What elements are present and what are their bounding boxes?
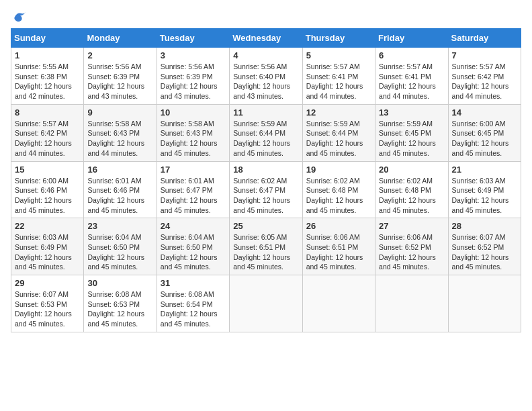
calendar-cell [448,275,521,332]
day-number: 16 [87,165,152,175]
cell-content: Sunrise: 5:57 AMSunset: 6:41 PMDaylight:… [379,62,444,101]
cell-content: Sunrise: 6:05 AMSunset: 6:51 PMDaylight:… [233,232,298,272]
calendar-cell: 1Sunrise: 5:55 AMSunset: 6:38 PMDaylight… [11,48,84,105]
calendar-cell: 27Sunrise: 6:06 AMSunset: 6:52 PMDayligh… [375,218,448,275]
cell-content: Sunrise: 5:57 AMSunset: 6:41 PMDaylight:… [306,62,371,101]
calendar-cell: 8Sunrise: 5:57 AMSunset: 6:42 PMDaylight… [11,104,84,161]
calendar-cell: 3Sunrise: 5:56 AMSunset: 6:39 PMDaylight… [157,48,229,105]
calendar-week-row: 15Sunrise: 6:00 AMSunset: 6:46 PMDayligh… [11,161,521,218]
calendar-week-row: 1Sunrise: 5:55 AMSunset: 6:38 PMDaylight… [11,48,521,105]
cell-content: Sunrise: 5:55 AMSunset: 6:38 PMDaylight:… [15,62,80,101]
calendar-cell [302,275,375,332]
calendar-cell [230,275,302,332]
calendar-cell: 29Sunrise: 6:07 AMSunset: 6:53 PMDayligh… [11,275,84,332]
calendar-week-row: 29Sunrise: 6:07 AMSunset: 6:53 PMDayligh… [11,275,521,332]
day-number: 7 [452,50,517,60]
calendar-cell: 17Sunrise: 6:01 AMSunset: 6:47 PMDayligh… [157,161,229,218]
calendar-cell: 31Sunrise: 6:08 AMSunset: 6:54 PMDayligh… [157,275,229,332]
day-number: 30 [87,278,152,288]
weekday-header-cell: Friday [375,29,448,48]
calendar-cell: 15Sunrise: 6:00 AMSunset: 6:46 PMDayligh… [11,161,84,218]
cell-content: Sunrise: 5:56 AMSunset: 6:40 PMDaylight:… [233,62,298,101]
weekday-header-cell: Sunday [11,29,84,48]
calendar-week-row: 8Sunrise: 5:57 AMSunset: 6:42 PMDaylight… [11,104,521,161]
cell-content: Sunrise: 6:04 AMSunset: 6:50 PMDaylight:… [87,232,152,272]
calendar-cell: 9Sunrise: 5:58 AMSunset: 6:43 PMDaylight… [84,104,157,161]
cell-content: Sunrise: 6:08 AMSunset: 6:54 PMDaylight:… [161,289,226,329]
cell-content: Sunrise: 5:57 AMSunset: 6:42 PMDaylight:… [15,119,80,158]
calendar-cell: 19Sunrise: 6:02 AMSunset: 6:48 PMDayligh… [302,161,375,218]
calendar-cell: 22Sunrise: 6:03 AMSunset: 6:49 PMDayligh… [11,218,84,275]
calendar-cell: 18Sunrise: 6:02 AMSunset: 6:47 PMDayligh… [230,161,302,218]
calendar-cell: 25Sunrise: 6:05 AMSunset: 6:51 PMDayligh… [230,218,302,275]
calendar-table: SundayMondayTuesdayWednesdayThursdayFrid… [11,28,521,332]
cell-content: Sunrise: 6:07 AMSunset: 6:52 PMDaylight:… [452,232,517,272]
calendar-cell: 4Sunrise: 5:56 AMSunset: 6:40 PMDaylight… [230,48,302,105]
weekday-header-cell: Saturday [448,29,521,48]
calendar-cell: 26Sunrise: 6:06 AMSunset: 6:51 PMDayligh… [302,218,375,275]
calendar-cell: 28Sunrise: 6:07 AMSunset: 6:52 PMDayligh… [448,218,521,275]
cell-content: Sunrise: 6:00 AMSunset: 6:46 PMDaylight:… [15,176,80,216]
calendar-cell: 14Sunrise: 6:00 AMSunset: 6:45 PMDayligh… [448,104,521,161]
cell-content: Sunrise: 6:02 AMSunset: 6:48 PMDaylight:… [379,176,444,216]
logo [11,11,27,23]
day-number: 8 [15,107,80,118]
cell-content: Sunrise: 5:58 AMSunset: 6:43 PMDaylight:… [161,119,226,158]
cell-content: Sunrise: 5:59 AMSunset: 6:44 PMDaylight:… [233,119,298,158]
day-number: 4 [233,50,298,60]
day-number: 21 [452,165,517,175]
cell-content: Sunrise: 5:58 AMSunset: 6:43 PMDaylight:… [87,119,152,158]
day-number: 18 [233,165,298,175]
day-number: 6 [379,50,444,60]
day-number: 10 [161,107,226,118]
day-number: 1 [15,50,80,60]
day-number: 19 [306,165,371,175]
calendar-body: 1Sunrise: 5:55 AMSunset: 6:38 PMDaylight… [11,48,521,332]
calendar-cell: 2Sunrise: 5:56 AMSunset: 6:39 PMDaylight… [84,48,157,105]
day-number: 28 [452,221,517,231]
cell-content: Sunrise: 5:57 AMSunset: 6:42 PMDaylight:… [452,62,517,101]
day-number: 22 [15,221,80,231]
day-number: 3 [161,50,226,60]
day-number: 9 [87,107,152,118]
day-number: 5 [306,50,371,60]
calendar-cell: 24Sunrise: 6:04 AMSunset: 6:50 PMDayligh… [157,218,229,275]
day-number: 29 [15,278,80,288]
cell-content: Sunrise: 6:06 AMSunset: 6:52 PMDaylight:… [379,232,444,272]
calendar-cell: 21Sunrise: 6:03 AMSunset: 6:49 PMDayligh… [448,161,521,218]
cell-content: Sunrise: 6:01 AMSunset: 6:47 PMDaylight:… [161,176,226,216]
cell-content: Sunrise: 5:59 AMSunset: 6:45 PMDaylight:… [379,119,444,158]
weekday-header-cell: Wednesday [230,29,302,48]
cell-content: Sunrise: 6:04 AMSunset: 6:50 PMDaylight:… [161,232,226,272]
calendar-cell: 13Sunrise: 5:59 AMSunset: 6:45 PMDayligh… [375,104,448,161]
header [11,11,521,23]
day-number: 31 [161,278,226,288]
calendar-cell: 11Sunrise: 5:59 AMSunset: 6:44 PMDayligh… [230,104,302,161]
cell-content: Sunrise: 6:03 AMSunset: 6:49 PMDaylight:… [15,232,80,272]
calendar-cell: 10Sunrise: 5:58 AMSunset: 6:43 PMDayligh… [157,104,229,161]
day-number: 15 [15,165,80,175]
day-number: 23 [87,221,152,231]
calendar-cell: 12Sunrise: 5:59 AMSunset: 6:44 PMDayligh… [302,104,375,161]
calendar-cell: 7Sunrise: 5:57 AMSunset: 6:42 PMDaylight… [448,48,521,105]
calendar-cell: 16Sunrise: 6:01 AMSunset: 6:46 PMDayligh… [84,161,157,218]
day-number: 2 [87,50,152,60]
day-number: 12 [306,107,371,118]
weekday-header-cell: Tuesday [157,29,229,48]
day-number: 27 [379,221,444,231]
day-number: 20 [379,165,444,175]
cell-content: Sunrise: 6:06 AMSunset: 6:51 PMDaylight:… [306,232,371,272]
calendar-cell [375,275,448,332]
cell-content: Sunrise: 6:08 AMSunset: 6:53 PMDaylight:… [87,289,152,329]
calendar-cell: 20Sunrise: 6:02 AMSunset: 6:48 PMDayligh… [375,161,448,218]
weekday-header-row: SundayMondayTuesdayWednesdayThursdayFrid… [11,29,521,48]
calendar-cell: 6Sunrise: 5:57 AMSunset: 6:41 PMDaylight… [375,48,448,105]
weekday-header-cell: Monday [84,29,157,48]
cell-content: Sunrise: 6:02 AMSunset: 6:47 PMDaylight:… [233,176,298,216]
logo-bird-icon [12,11,27,23]
cell-content: Sunrise: 6:01 AMSunset: 6:46 PMDaylight:… [87,176,152,216]
day-number: 26 [306,221,371,231]
calendar-week-row: 22Sunrise: 6:03 AMSunset: 6:49 PMDayligh… [11,218,521,275]
day-number: 24 [161,221,226,231]
day-number: 13 [379,107,444,118]
